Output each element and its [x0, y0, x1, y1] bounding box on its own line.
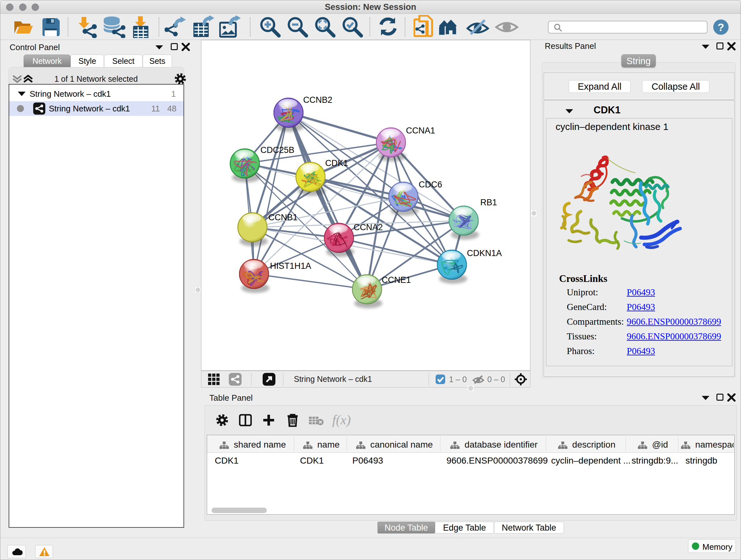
- svg-text:CDC25B: CDC25B: [260, 145, 294, 155]
- svg-text:CCNA2: CCNA2: [354, 223, 383, 232]
- svg-text:CCNB1: CCNB1: [268, 212, 298, 222]
- svg-text:CCNA1: CCNA1: [406, 126, 435, 135]
- svg-text:CCNB2: CCNB2: [303, 95, 333, 105]
- svg-text:CDK1: CDK1: [325, 159, 348, 168]
- svg-text:RB1: RB1: [480, 198, 497, 207]
- svg-text:CCNE1: CCNE1: [382, 275, 411, 285]
- svg-text:CDC6: CDC6: [419, 180, 442, 189]
- svg-text:HIST1H1A: HIST1H1A: [270, 261, 311, 271]
- svg-text:CDKN1A: CDKN1A: [467, 248, 502, 258]
